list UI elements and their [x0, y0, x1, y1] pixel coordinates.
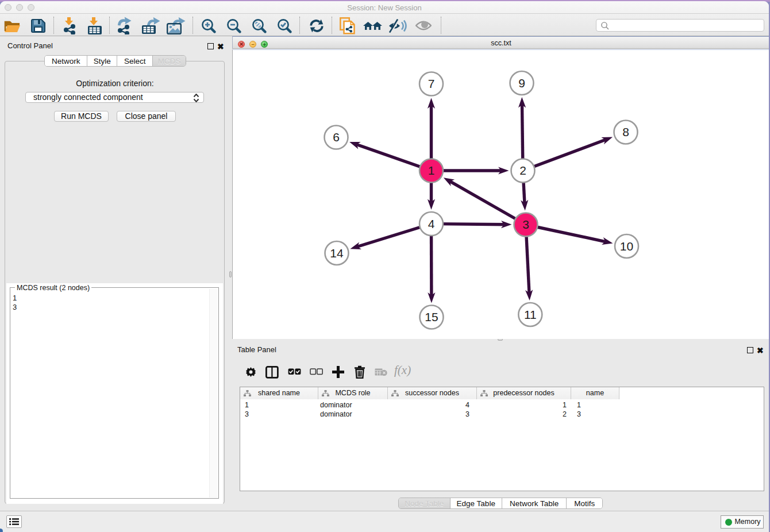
svg-text:3: 3 — [522, 218, 529, 231]
svg-text:4: 4 — [428, 217, 435, 230]
svg-text:2: 2 — [519, 164, 526, 177]
svg-text:11: 11 — [524, 308, 537, 321]
svg-text:10: 10 — [620, 240, 633, 253]
svg-text:15: 15 — [425, 310, 438, 323]
svg-text:8: 8 — [622, 125, 629, 138]
svg-text:7: 7 — [428, 77, 435, 90]
svg-text:1: 1 — [428, 164, 435, 177]
svg-text:14: 14 — [330, 246, 344, 260]
svg-text:9: 9 — [518, 76, 525, 90]
svg-text:6: 6 — [333, 130, 340, 144]
